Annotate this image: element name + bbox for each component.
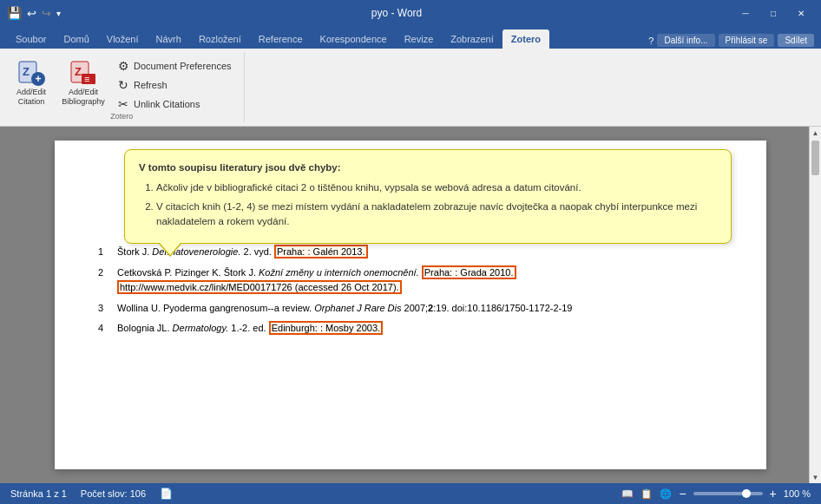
- doc-prefs-icon: ⚙: [116, 59, 130, 73]
- maximize-button[interactable]: □: [760, 4, 786, 22]
- zoom-slider[interactable]: [693, 492, 763, 495]
- statusbar-right: 📖 📋 🌐 − + 100 %: [621, 487, 811, 501]
- redo-icon[interactable]: ↪: [42, 7, 51, 20]
- tooltip-list: Ačkoliv jde v bibliografické citaci 2 o …: [139, 180, 717, 229]
- unlink-icon: ✂: [116, 97, 130, 111]
- ribbon-right-buttons: ? Další info... Přihlásit se Sdílet: [648, 34, 821, 49]
- zoom-level: 100 %: [784, 488, 811, 499]
- add-citation-label: Add/EditCitation: [16, 88, 46, 107]
- add-edit-citation-button[interactable]: Z + Add/EditCitation: [7, 54, 56, 111]
- minimize-button[interactable]: ─: [732, 4, 759, 22]
- bib-highlight-1: Praha: : Galén 2013.: [274, 245, 368, 259]
- login-button[interactable]: Přihlásit se: [719, 34, 775, 47]
- unlink-label: Unlink Citations: [134, 99, 200, 109]
- titlebar: 💾 ↩ ↪ ▾ pyo - Word ─ □ ✕: [0, 0, 821, 26]
- document-preferences-button[interactable]: ⚙ Document Preferences: [111, 57, 237, 75]
- ribbon-tabs: Soubor Domů Vložení Návrh Rozložení Refe…: [0, 26, 821, 49]
- bib-num-3: 3: [98, 301, 110, 317]
- svg-text:Z: Z: [75, 65, 82, 78]
- tooltip-bubble: V tomto soupisu literatury jsou dvě chyb…: [124, 149, 732, 244]
- bib-num-1: 1: [98, 245, 110, 260]
- share-button[interactable]: Sdílet: [778, 34, 814, 47]
- document-page: V tomto soupisu literatury jsou dvě chyb…: [55, 141, 766, 469]
- tab-zotero[interactable]: Zotero: [502, 29, 549, 49]
- bib-highlight-4: Edinburgh: : Mosby 2003.: [269, 321, 383, 335]
- tab-soubor[interactable]: Soubor: [7, 29, 55, 49]
- vertical-scrollbar[interactable]: ▲ ▼: [809, 127, 821, 483]
- zoom-in-button[interactable]: +: [770, 487, 777, 501]
- ribbon-buttons: Z + Add/EditCitation Z ≡ Add: [7, 54, 237, 113]
- tooltip-item-2: V citacích knih (1-2, 4) se mezi místem …: [156, 200, 717, 230]
- save-icon[interactable]: 💾: [7, 6, 22, 20]
- bib-text-4: Bolognia JL. Dermatology. 1.-2. ed. Edin…: [117, 321, 723, 337]
- citation-icon: Z +: [17, 58, 45, 86]
- tab-domu[interactable]: Domů: [55, 29, 97, 49]
- add-edit-bibliography-button[interactable]: Z ≡ Add/EditBibliography: [59, 54, 108, 111]
- add-bibliography-label: Add/EditBibliography: [62, 88, 105, 107]
- svg-text:Z: Z: [23, 65, 30, 78]
- tab-revize[interactable]: Revize: [396, 29, 443, 49]
- tab-navrh[interactable]: Návrh: [148, 29, 190, 49]
- statusbar-left: Stránka 1 z 1 Počet slov: 106 📄: [10, 488, 173, 500]
- bibliography-area: 1 Štork J. Dermatovenerologie. 2. vyd. P…: [98, 245, 723, 337]
- bib-highlight-2a: Praha: : Grada 2010.: [422, 265, 516, 279]
- ribbon: Z + Add/EditCitation Z ≡ Add: [0, 49, 821, 127]
- bib-entry-1: 1 Štork J. Dermatovenerologie. 2. vyd. P…: [98, 245, 723, 260]
- tab-korespondence[interactable]: Korespondence: [312, 29, 396, 49]
- page-indicator: Stránka 1 z 1: [10, 488, 67, 499]
- ribbon-small-buttons: ⚙ Document Preferences ↻ Refresh ✂ Unlin…: [111, 57, 237, 113]
- view-icon-layout[interactable]: 📋: [640, 488, 653, 500]
- ribbon-group-zotero: Z + Add/EditCitation Z ≡ Add: [0, 52, 245, 122]
- ribbon-group-label: Zotero: [0, 112, 244, 121]
- tab-rozlozeni[interactable]: Rozložení: [190, 29, 250, 49]
- scroll-track[interactable]: [810, 139, 821, 471]
- window-controls: ─ □ ✕: [732, 4, 814, 22]
- info-button[interactable]: Další info...: [657, 34, 714, 47]
- tooltip-item-1: Ačkoliv jde v bibliografické citaci 2 o …: [156, 180, 717, 195]
- doc-prefs-label: Document Preferences: [134, 61, 232, 71]
- refresh-icon: ↻: [116, 78, 130, 92]
- tooltip-title: V tomto soupisu literatury jsou dvě chyb…: [139, 160, 717, 175]
- document-area: V tomto soupisu literatury jsou dvě chyb…: [0, 127, 821, 483]
- zoom-thumb[interactable]: [742, 489, 751, 498]
- help-icon: ?: [648, 36, 654, 46]
- bibliography-icon: Z ≡: [69, 58, 97, 86]
- bib-text-1: Štork J. Dermatovenerologie. 2. vyd. Pra…: [117, 245, 723, 260]
- bib-num-4: 4: [98, 321, 110, 337]
- tab-zobrazeni[interactable]: Zobrazení: [442, 29, 502, 49]
- app-title: pyo - Word: [61, 7, 732, 19]
- bib-text-3: Wollina U. Pyoderma gangrenosum--a revie…: [117, 301, 723, 317]
- unlink-citations-button[interactable]: ✂ Unlink Citations: [111, 95, 237, 113]
- scroll-down-button[interactable]: ▼: [810, 471, 822, 483]
- bib-text-2: Cetkovská P. Pizinger K. Štork J. Kožní …: [117, 265, 723, 296]
- statusbar: Stránka 1 z 1 Počet slov: 106 📄 📖 📋 🌐 − …: [0, 483, 821, 504]
- bib-entry-3: 3 Wollina U. Pyoderma gangrenosum--a rev…: [98, 301, 723, 317]
- tab-vlozeni[interactable]: Vložení: [98, 29, 148, 49]
- bib-entry-4: 4 Bolognia JL. Dermatology. 1.-2. ed. Ed…: [98, 321, 723, 337]
- refresh-label: Refresh: [134, 80, 167, 90]
- page-wrapper: V tomto soupisu literatury jsou dvě chyb…: [0, 127, 821, 483]
- view-icon-read[interactable]: 📖: [621, 488, 634, 500]
- bib-italic-3: Orphanet J Rare Dis: [314, 303, 401, 313]
- titlebar-left: 💾 ↩ ↪ ▾: [7, 6, 61, 20]
- bib-num-2: 2: [98, 265, 110, 296]
- scroll-up-button[interactable]: ▲: [810, 127, 822, 139]
- svg-text:≡: ≡: [84, 74, 89, 84]
- undo-icon[interactable]: ↩: [27, 7, 36, 20]
- bib-italic-2: Kožní změny u interních onemocnění.: [259, 267, 419, 278]
- refresh-button[interactable]: ↻ Refresh: [111, 76, 237, 94]
- close-button[interactable]: ✕: [788, 4, 814, 22]
- bib-italic-4: Dermatology.: [173, 323, 229, 333]
- bib-entry-2: 2 Cetkovská P. Pizinger K. Štork J. Kožn…: [98, 265, 723, 296]
- tab-reference[interactable]: Reference: [250, 29, 312, 49]
- word-count: Počet slov: 106: [81, 488, 146, 499]
- svg-text:+: +: [36, 73, 42, 85]
- zoom-out-button[interactable]: −: [679, 487, 686, 501]
- proofing-icon[interactable]: 📄: [160, 488, 173, 500]
- view-icon-web[interactable]: 🌐: [660, 488, 672, 500]
- bib-highlight-2b: http://www.medvik.cz/link/MED00171726 (a…: [117, 280, 402, 294]
- scroll-thumb[interactable]: [811, 141, 819, 175]
